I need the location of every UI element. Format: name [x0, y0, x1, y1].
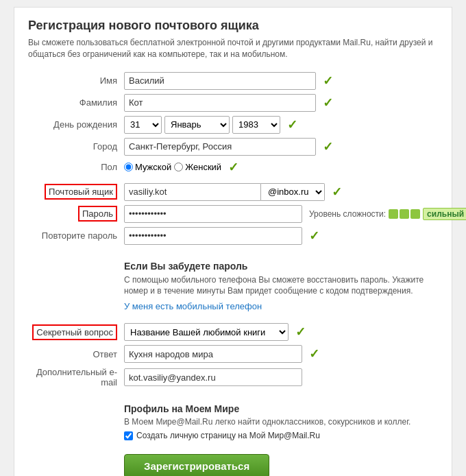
city-label: Город	[28, 141, 124, 152]
name-row: Имя ✓	[28, 70, 438, 92]
password-label-text: Пароль	[78, 206, 117, 222]
dob-fields: 31 Январь 1983 ✓	[124, 116, 438, 134]
confirm-checkmark: ✓	[309, 228, 319, 243]
password-input[interactable]	[124, 205, 302, 223]
gender-label: Пол	[28, 162, 124, 172]
secret-label: Секретный вопрос	[28, 324, 124, 340]
strength-icon-2	[400, 209, 409, 219]
profile-checkbox-label: Создать личную страницу на Мой Мир@Mail.…	[136, 431, 320, 440]
name-fields: ✓	[124, 72, 438, 90]
email-row: Почтовый ящик @inbox.ru ✓	[28, 181, 438, 203]
name-checkmark: ✓	[323, 73, 333, 88]
secret-label-text: Секретный вопрос	[32, 324, 117, 340]
surname-row: Фамилия ✓	[28, 92, 438, 114]
dob-day-select[interactable]: 31	[124, 116, 162, 134]
forgot-link[interactable]: У меня есть мобильный телефон	[124, 301, 262, 311]
answer-label: Ответ	[28, 349, 124, 359]
dob-month-select[interactable]: Январь	[164, 116, 230, 134]
strength-icon-1	[389, 209, 398, 219]
profile-checkbox-row: Создать личную страницу на Мой Мир@Mail.…	[124, 431, 438, 440]
surname-fields: ✓	[124, 94, 438, 112]
password-row: Пароль Уровень сложности: сильный	[28, 203, 438, 225]
confirm-row: Повторите пароль ✓	[28, 225, 438, 247]
dob-checkmark: ✓	[287, 117, 297, 132]
name-label: Имя	[28, 75, 124, 86]
answer-row: Ответ ✓	[28, 343, 438, 365]
dob-row: День рождения 31 Январь 1983 ✓	[28, 114, 438, 136]
surname-label: Фамилия	[28, 97, 124, 108]
email-checkmark: ✓	[332, 185, 342, 200]
gender-row: Пол Мужской Женский ✓	[28, 158, 438, 177]
email-input-group: @inbox.ru	[124, 183, 325, 201]
secret-fields: Название Вашей любимой книги ✓	[124, 323, 438, 341]
gender-female-option[interactable]: Женский	[174, 162, 221, 172]
extra-email-fields	[124, 368, 438, 386]
extra-email-input[interactable]	[124, 368, 302, 386]
profile-section: Профиль на Моем Мире В Моем Мире@Mail.Ru…	[28, 403, 438, 476]
email-domain-select[interactable]: @inbox.ru	[261, 183, 325, 201]
city-row: Город ✓	[28, 136, 438, 158]
secret-checkmark: ✓	[295, 324, 306, 340]
profile-desc: В Моем Мире@Mail.Ru легко найти одноклас…	[124, 417, 438, 427]
strength-icons	[389, 209, 420, 219]
email-fields: @inbox.ru ✓	[124, 183, 438, 201]
secret-select[interactable]: Название Вашей любимой книги	[124, 323, 289, 341]
password-label: Пароль	[28, 206, 124, 222]
answer-fields: ✓	[124, 345, 438, 363]
strength-text: сильный	[423, 208, 466, 220]
gender-female-label: Женский	[185, 162, 221, 172]
extra-email-label: Дополнительный e-mail	[28, 367, 124, 388]
registration-container: Регистрация нового почтового ящика Вы см…	[14, 7, 452, 476]
profile-checkbox[interactable]	[124, 431, 133, 440]
email-input[interactable]	[124, 183, 261, 201]
gender-male-label: Мужской	[135, 162, 171, 172]
page-title: Регистрация нового почтового ящика	[28, 19, 438, 33]
city-fields: ✓	[124, 138, 438, 156]
confirm-label: Повторите пароль	[28, 230, 124, 241]
strength-icon-3	[410, 209, 420, 219]
city-checkmark: ✓	[323, 139, 333, 154]
gender-checkmark: ✓	[228, 160, 238, 175]
extra-email-row: Дополнительный e-mail	[28, 365, 438, 390]
confirm-fields: ✓	[124, 227, 438, 245]
register-button[interactable]: Зарегистрироваться	[124, 454, 269, 476]
answer-checkmark: ✓	[309, 346, 319, 361]
page-description: Вы сможете пользоваться бесплатной элект…	[28, 37, 438, 60]
email-label-text: Почтовый ящик	[45, 184, 117, 200]
gender-male-radio[interactable]	[124, 163, 133, 171]
name-input[interactable]	[124, 72, 316, 90]
forgot-desc: С помощью мобильного телефона Вы сможете…	[124, 274, 438, 298]
surname-checkmark: ✓	[323, 95, 333, 110]
profile-title: Профиль на Моем Мире	[124, 403, 438, 414]
city-input[interactable]	[124, 138, 316, 156]
dob-label: День рождения	[28, 119, 124, 130]
gender-male-option[interactable]: Мужской	[124, 162, 171, 172]
confirm-input[interactable]	[124, 227, 302, 245]
secret-row: Секретный вопрос Название Вашей любимой …	[28, 321, 438, 343]
surname-input[interactable]	[124, 94, 316, 112]
email-label: Почтовый ящик	[28, 184, 124, 200]
dob-year-select[interactable]: 1983	[232, 116, 280, 134]
forgot-title: Если Вы забудете пароль	[124, 261, 438, 272]
gender-female-radio[interactable]	[174, 163, 183, 171]
password-fields: Уровень сложности: сильный	[124, 205, 466, 223]
gender-fields: Мужской Женский ✓	[124, 160, 438, 175]
forgot-section: Если Вы забудете пароль С помощью мобиль…	[28, 261, 438, 312]
answer-input[interactable]	[124, 345, 302, 363]
strength-label: Уровень сложности:	[309, 209, 386, 219]
